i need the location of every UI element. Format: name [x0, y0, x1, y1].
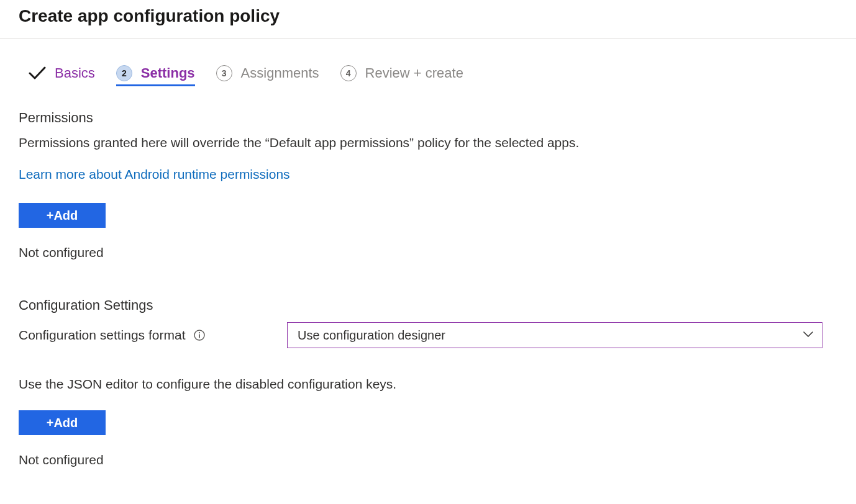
wizard-step-settings[interactable]: 2 Settings	[116, 65, 195, 86]
wizard-step-number: 3	[216, 65, 232, 81]
check-icon	[29, 66, 46, 80]
wizard-step-basics[interactable]: Basics	[29, 65, 95, 86]
wizard-steps: Basics 2 Settings 3 Assignments 4 Review…	[19, 58, 837, 86]
wizard-step-label: Settings	[141, 65, 195, 81]
page-title: Create app configuration policy	[0, 0, 856, 38]
config-add-button[interactable]: +Add	[19, 410, 106, 435]
permissions-add-button[interactable]: +Add	[19, 203, 106, 228]
wizard-step-number: 4	[340, 65, 357, 81]
permissions-learn-more-link[interactable]: Learn more about Android runtime permiss…	[19, 167, 290, 182]
svg-point-1	[199, 333, 200, 334]
config-format-label: Configuration settings format	[19, 328, 185, 343]
permissions-description: Permissions granted here will override t…	[19, 133, 837, 152]
config-format-value: Use configuration designer	[298, 328, 445, 343]
config-format-select[interactable]: Use configuration designer	[287, 322, 822, 348]
svg-rect-2	[199, 335, 201, 338]
permissions-heading: Permissions	[19, 110, 837, 126]
config-heading: Configuration Settings	[19, 297, 837, 313]
wizard-step-label: Basics	[55, 65, 95, 81]
wizard-step-label: Assignments	[241, 65, 319, 81]
permissions-status: Not configured	[19, 245, 837, 260]
wizard-step-review[interactable]: 4 Review + create	[340, 65, 463, 86]
wizard-step-assignments[interactable]: 3 Assignments	[216, 65, 319, 86]
config-note: Use the JSON editor to configure the dis…	[19, 377, 837, 392]
wizard-step-label: Review + create	[365, 65, 463, 81]
config-status: Not configured	[19, 452, 837, 467]
wizard-step-number: 2	[116, 65, 132, 81]
info-icon[interactable]	[194, 330, 205, 341]
